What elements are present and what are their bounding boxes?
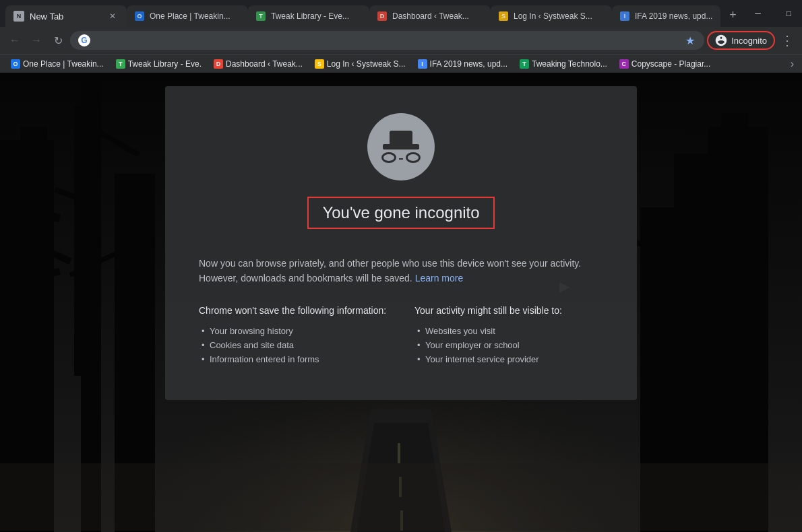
tab-title: New Tab [30, 11, 101, 22]
glass-right [406, 152, 421, 163]
svg-rect-26 [398, 443, 400, 463]
incognito-label: Incognito [731, 36, 767, 46]
bookmark-5-label: IFA 2019 news, upd... [430, 59, 507, 69]
incognito-description: Now you can browse privately, and other … [199, 256, 603, 286]
svg-rect-16 [721, 113, 748, 349]
bookmark-6[interactable]: T Tweaking Technolo... [514, 57, 613, 71]
hat-icon [383, 131, 419, 149]
bookmarks-bar: O One Place | Tweakin... T Tweak Library… [0, 54, 802, 73]
bookmark-1[interactable]: O One Place | Tweakin... [5, 57, 109, 71]
wont-save-title: Chrome won't save the following informat… [199, 305, 388, 316]
incognito-button[interactable]: Incognito [707, 31, 775, 50]
maximize-button[interactable]: □ [773, 0, 802, 27]
tab-favicon: N [13, 11, 24, 22]
tab-5-title: IFA 2019 news, upd... [635, 11, 712, 21]
minimize-button[interactable]: ─ [742, 0, 773, 27]
bookmark-5[interactable]: I IFA 2019 news, upd... [412, 57, 513, 71]
glasses-bridge [399, 158, 403, 160]
wont-save-column: Chrome won't save the following informat… [199, 305, 388, 366]
bookmark-6-label: Tweaking Technolo... [532, 59, 607, 69]
bookmark-3-label: Dashboard ‹ Tweak... [226, 59, 303, 69]
might-visible-item-3: Your internet service provider [414, 352, 603, 366]
incognito-panel: You've gone incognito Now you can browse… [165, 86, 637, 400]
refresh-button[interactable]: ↻ [49, 31, 67, 50]
new-tab-button[interactable]: + [723, 5, 742, 24]
wont-save-item-2: Cookies and site data [199, 338, 388, 352]
tab-5[interactable]: I IFA 2019 news, upd... [612, 5, 720, 27]
bookmark-1-label: One Place | Tweakin... [23, 59, 104, 69]
bookmark-star-icon[interactable]: ★ [684, 34, 696, 46]
info-columns: Chrome won't save the following informat… [199, 305, 603, 366]
might-visible-column: Your activity might still be visible to:… [414, 305, 603, 366]
might-visible-item-1: Websites you visit [414, 324, 603, 338]
tab-5-favicon: I [620, 11, 629, 21]
tab-2[interactable]: T Tweak Library - Eve... [248, 5, 369, 27]
wont-save-item-1: Your browsing history [199, 324, 388, 338]
wont-save-item-3: Information entered in forms [199, 352, 388, 366]
forward-button[interactable]: → [27, 31, 46, 50]
tab-1[interactable]: O One Place | Tweakin... [127, 5, 248, 27]
window-controls: ─ □ ✕ [742, 0, 802, 27]
address-input[interactable] [96, 35, 679, 46]
description-text-1: Now you can browse privately, and other … [199, 258, 581, 269]
svg-rect-10 [74, 106, 88, 376]
tab-4-favicon: S [499, 11, 508, 21]
navigation-bar: ← → ↻ G ★ Incognito ⋮ [0, 27, 802, 54]
bookmark-2-favicon: T [116, 59, 125, 69]
tab-2-favicon: T [256, 11, 266, 21]
tab-3[interactable]: D Dashboard ‹ Tweak... [369, 5, 491, 27]
might-visible-list: Websites you visit Your employer or scho… [414, 324, 603, 366]
tab-close-button[interactable]: ✕ [106, 10, 119, 22]
bookmark-4[interactable]: S Log In ‹ Systweak S... [309, 57, 411, 71]
bookmark-3[interactable]: D Dashboard ‹ Tweak... [208, 57, 308, 71]
bookmark-7-label: Copyscape - Plagiar... [631, 59, 710, 69]
bookmark-4-favicon: S [315, 59, 324, 69]
description-text-2: However, downloads and bookmarks will be… [199, 273, 412, 284]
incognito-icon [715, 34, 727, 46]
might-visible-title: Your activity might still be visible to: [414, 305, 603, 316]
bookmark-6-favicon: T [520, 59, 529, 69]
address-bar[interactable]: G ★ [70, 31, 704, 50]
active-tab[interactable]: N New Tab ✕ [5, 5, 127, 27]
hat-brim [383, 144, 419, 149]
tab-1-title: One Place | Tweakin... [150, 11, 240, 21]
title-wrapper: You've gone incognito [199, 197, 603, 242]
tab-1-favicon: O [135, 11, 144, 21]
tab-3-favicon: D [377, 11, 387, 21]
google-icon: G [78, 34, 90, 46]
incognito-logo-circle [367, 113, 435, 180]
tab-4[interactable]: S Log In ‹ Systweak S... [491, 5, 612, 27]
browser-content: ▶ You've gone incognito Now you ca [0, 73, 802, 532]
learn-more-link[interactable]: Learn more [415, 273, 464, 284]
tab-2-title: Tweak Library - Eve... [271, 11, 361, 21]
glasses-icon [381, 152, 421, 163]
tabs-area: N New Tab ✕ O One Place | Tweakin... T T… [0, 0, 742, 27]
bookmark-2-label: Tweak Library - Eve. [128, 59, 202, 69]
incognito-logo [199, 113, 603, 180]
bookmark-4-label: Log In ‹ Systweak S... [327, 59, 406, 69]
bookmark-7-favicon: C [619, 59, 629, 69]
chrome-menu-button[interactable]: ⋮ [778, 31, 797, 50]
bookmark-7[interactable]: C Copyscape - Plagiar... [614, 57, 716, 71]
wont-save-list: Your browsing history Cookies and site d… [199, 324, 388, 366]
incognito-title: You've gone incognito [307, 197, 494, 229]
bookmark-1-favicon: O [11, 59, 20, 69]
svg-rect-29 [0, 463, 802, 531]
might-visible-item-2: Your employer or school [414, 338, 603, 352]
bookmark-3-favicon: D [214, 59, 223, 69]
tab-3-title: Dashboard ‹ Tweak... [392, 11, 483, 21]
glass-left [381, 152, 396, 163]
title-bar: N New Tab ✕ O One Place | Tweakin... T T… [0, 0, 802, 27]
hat-top [390, 131, 412, 145]
back-button[interactable]: ← [5, 31, 24, 50]
bookmarks-overflow-button[interactable]: › [788, 57, 797, 71]
tab-4-title: Log In ‹ Systweak S... [514, 11, 604, 21]
bookmark-5-favicon: I [418, 59, 427, 69]
bookmark-2[interactable]: T Tweak Library - Eve. [111, 57, 207, 71]
